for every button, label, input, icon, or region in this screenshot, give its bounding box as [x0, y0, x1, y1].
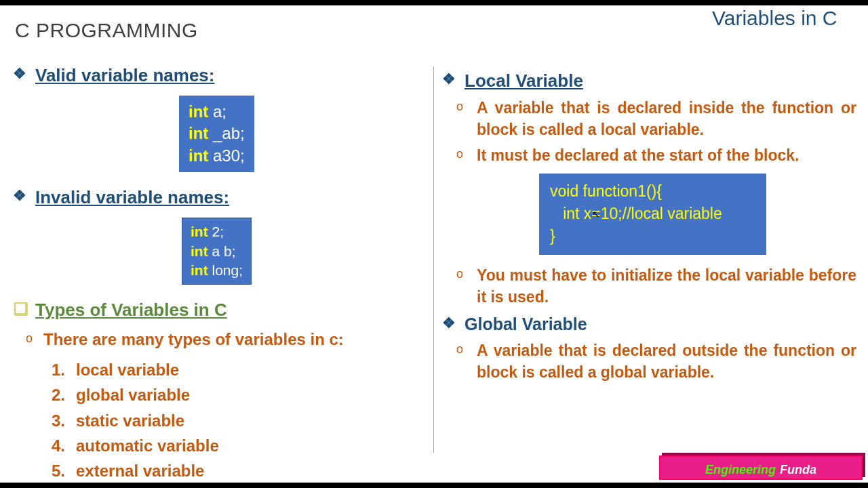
left-column: Valid variable names: int a; int _ab; in…	[15, 65, 422, 483]
identifier: a b;	[208, 243, 236, 259]
local-desc-1: A variable that is declared inside the f…	[444, 97, 856, 140]
local-variable-heading: Local Variable	[444, 70, 856, 92]
right-column: Local Variable A variable that is declar…	[444, 70, 856, 387]
keyword: int	[191, 262, 208, 278]
keyword: int	[191, 224, 208, 239]
watermark-word-2: Funda	[780, 463, 816, 477]
valid-code-block: int a; int _ab; int a30;	[179, 96, 254, 172]
slide: C PROGRAMMING Variables in C Valid varia…	[0, 5, 868, 483]
identifier: a;	[208, 102, 226, 121]
column-divider	[433, 66, 434, 453]
invalid-names-heading: Invalid variable names:	[15, 187, 422, 208]
identifier: _ab;	[208, 124, 244, 142]
global-variable-label: Global Variable	[465, 314, 587, 333]
course-title: C PROGRAMMING	[15, 19, 198, 42]
global-variable-heading: Global Variable	[444, 314, 856, 334]
code-line: }	[550, 225, 755, 247]
local-variable-label: Local Variable	[465, 70, 583, 91]
code-line: int x=10;//local variable	[550, 203, 755, 225]
code-line: void function1(){	[550, 180, 755, 203]
local-desc-2: It must be declared at the start of the …	[444, 144, 856, 166]
list-item: static variable	[76, 408, 422, 433]
list-item: external variable	[76, 458, 422, 483]
types-heading-label: Types of Variables in C	[35, 300, 227, 320]
types-list: local variable global variable static va…	[15, 357, 422, 483]
watermark-word-1: Engineering	[705, 463, 776, 477]
identifier: long;	[208, 262, 243, 278]
types-intro: There are many types of variables in c:	[15, 330, 422, 349]
list-item: global variable	[76, 382, 422, 407]
keyword: int	[189, 124, 208, 142]
invalid-names-label: Invalid variable names:	[35, 187, 229, 207]
slide-topic: Variables in C	[712, 5, 848, 31]
local-code-block: void function1(){ int x=10;//local varia…	[539, 174, 766, 255]
keyword: int	[189, 102, 208, 121]
identifier: a30;	[208, 146, 244, 165]
keyword: int	[191, 243, 208, 259]
list-item: automatic variable	[76, 433, 422, 458]
valid-names-heading: Valid variable names:	[15, 65, 422, 86]
keyword: int	[189, 146, 208, 165]
valid-names-label: Valid variable names:	[35, 65, 214, 85]
channel-watermark: Engineering Funda	[659, 455, 863, 480]
list-item: local variable	[76, 357, 422, 382]
local-desc-3: You must have to initialize the local va…	[444, 264, 856, 308]
types-heading: Types of Variables in C	[15, 300, 422, 321]
global-desc-1: A variable that is declared outside the …	[444, 340, 856, 383]
invalid-code-block: int 2; int a b; int long;	[182, 218, 252, 285]
identifier: 2;	[208, 224, 224, 239]
